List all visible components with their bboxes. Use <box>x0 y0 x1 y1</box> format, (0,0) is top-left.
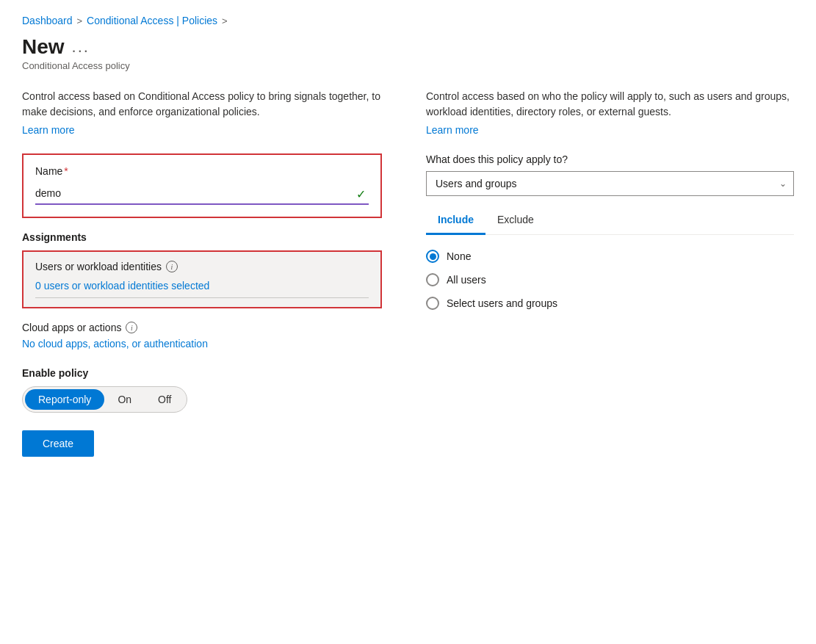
tab-exclude[interactable]: Exclude <box>485 208 546 235</box>
required-star: * <box>64 165 68 177</box>
enable-toggle-group: Report-only On Off <box>22 386 187 413</box>
name-section: Name* ✓ <box>22 153 382 218</box>
breadcrumb-dashboard[interactable]: Dashboard <box>22 15 73 26</box>
page-title: New <box>22 35 65 59</box>
assignments-label: Assignments <box>22 231 382 243</box>
radio-none-circle <box>426 250 439 263</box>
workload-title-row: Users or workload identities i <box>35 261 369 272</box>
main-content: Control access based on Conditional Acce… <box>22 89 794 457</box>
left-learn-more-link[interactable]: Learn more <box>22 124 75 136</box>
right-description: Control access based on who the policy w… <box>426 89 794 120</box>
more-options-icon[interactable]: ... <box>72 37 90 57</box>
radio-all-users-circle <box>426 273 439 286</box>
name-input[interactable] <box>35 183 369 205</box>
radio-select-users-label: Select users and groups <box>447 297 557 309</box>
checkmark-icon: ✓ <box>356 187 366 201</box>
create-button[interactable]: Create <box>22 430 94 457</box>
workload-separator <box>35 297 369 298</box>
cloud-apps-info-icon[interactable]: i <box>126 322 137 333</box>
toggle-off[interactable]: Off <box>145 389 184 410</box>
cloud-apps-section: Cloud apps or actions i No cloud apps, a… <box>22 322 382 350</box>
page-subtitle: Conditional Access policy <box>22 60 794 71</box>
radio-select-users-circle <box>426 297 439 310</box>
name-input-wrapper: ✓ <box>35 183 369 205</box>
left-description: Control access based on Conditional Acce… <box>22 89 382 120</box>
right-learn-more-link[interactable]: Learn more <box>426 124 479 136</box>
policy-dropdown[interactable]: Users and groups Workload identities <box>426 171 794 196</box>
policy-dropdown-wrapper: Users and groups Workload identities ⌄ <box>426 171 794 196</box>
breadcrumb-sep2: > <box>222 15 228 26</box>
radio-none[interactable]: None <box>426 250 794 263</box>
radio-all-users-label: All users <box>447 274 486 286</box>
breadcrumb-sep1: > <box>77 15 83 26</box>
name-label: Name* <box>35 165 369 177</box>
workload-assignment-box: Users or workload identities i 0 users o… <box>22 250 382 308</box>
toggle-report-only[interactable]: Report-only <box>25 389 104 410</box>
policy-applies-label: What does this policy apply to? <box>426 153 794 165</box>
workload-title-text: Users or workload identities <box>35 261 162 272</box>
breadcrumb: Dashboard > Conditional Access | Policie… <box>22 15 794 26</box>
radio-none-inner <box>430 253 436 260</box>
toggle-on[interactable]: On <box>104 389 145 410</box>
left-panel: Control access based on Conditional Acce… <box>22 89 382 457</box>
workload-info-icon[interactable]: i <box>166 261 178 272</box>
enable-policy-label: Enable policy <box>22 367 382 379</box>
right-panel: Control access based on who the policy w… <box>426 89 794 313</box>
cloud-apps-title-row: Cloud apps or actions i <box>22 322 382 333</box>
cloud-apps-label: Cloud apps or actions <box>22 322 121 333</box>
radio-all-users[interactable]: All users <box>426 273 794 286</box>
enable-policy-section: Enable policy Report-only On Off <box>22 367 382 413</box>
tab-include[interactable]: Include <box>426 208 485 235</box>
radio-none-label: None <box>447 250 471 262</box>
radio-select-users[interactable]: Select users and groups <box>426 297 794 310</box>
cloud-apps-link[interactable]: No cloud apps, actions, or authenticatio… <box>22 338 208 350</box>
radio-group: None All users Select users and groups <box>426 247 794 313</box>
breadcrumb-policies[interactable]: Conditional Access | Policies <box>87 15 217 26</box>
include-exclude-tabs: Include Exclude <box>426 208 794 235</box>
page-header: New ... Conditional Access policy <box>22 35 794 71</box>
workload-link[interactable]: 0 users or workload identities selected <box>35 280 369 292</box>
